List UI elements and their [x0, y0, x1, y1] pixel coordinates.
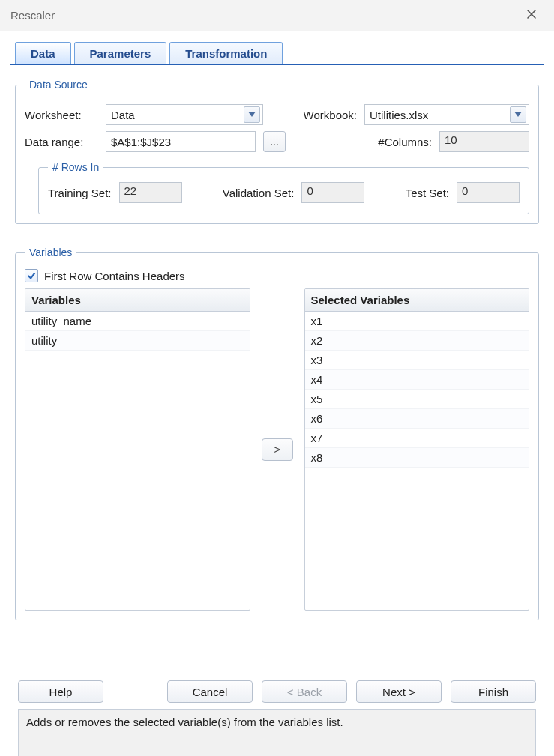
test-set-value: 0 — [457, 182, 520, 203]
list-item[interactable]: utility — [25, 331, 250, 351]
variables-list-header: Variables — [25, 289, 250, 312]
check-icon — [27, 271, 36, 280]
status-bar: Adds or removes the selected variable(s)… — [18, 709, 536, 756]
tab-bar: Data Parameters Transformation — [10, 42, 544, 64]
tab-transformation-label: Transformation — [185, 47, 267, 60]
validation-set-value: 0 — [301, 182, 364, 203]
list-item[interactable]: x7 — [305, 429, 529, 448]
help-button[interactable]: Help — [18, 680, 103, 703]
data-source-legend: Data Source — [25, 79, 92, 91]
data-source-group: Data Source Worksheet: Data Workbook: Ut… — [15, 79, 539, 224]
chevron-down-icon — [510, 106, 526, 123]
tab-parameters[interactable]: Parameters — [74, 42, 167, 64]
list-item[interactable]: x2 — [305, 331, 529, 351]
move-right-button[interactable]: > — [262, 438, 293, 461]
data-range-label: Data range: — [25, 136, 98, 148]
worksheet-value: Data — [111, 109, 135, 121]
variables-legend: Variables — [25, 247, 76, 258]
data-range-browse-button[interactable]: ... — [263, 131, 286, 152]
workbook-value: Utilities.xlsx — [370, 109, 428, 121]
training-set-value: 22 — [119, 182, 182, 203]
chevron-down-icon — [244, 106, 260, 123]
next-button[interactable]: Next > — [356, 680, 442, 703]
selected-variables-list-header: Selected Variables — [305, 289, 529, 312]
list-item[interactable]: x5 — [305, 390, 529, 409]
selected-variables-list[interactable]: Selected Variables x1x2x3x4x5x6x7x8 — [304, 288, 530, 611]
first-row-headers-label: First Row Contains Headers — [44, 270, 185, 282]
finish-button[interactable]: Finish — [451, 680, 536, 703]
tab-transformation[interactable]: Transformation — [169, 42, 283, 64]
first-row-headers-checkbox[interactable] — [25, 269, 38, 282]
rows-in-group: # Rows In Training Set: 22 Validation Se… — [38, 161, 529, 214]
selected-variables-list-body: x1x2x3x4x5x6x7x8 — [305, 312, 529, 610]
back-button: < Back — [262, 680, 347, 703]
workbook-label: Workbook: — [304, 109, 357, 121]
close-icon[interactable] — [520, 4, 544, 27]
tab-parameters-label: Parameters — [90, 47, 151, 60]
columns-label: #Columns: — [378, 136, 432, 148]
tab-data-label: Data — [31, 47, 55, 60]
variables-group: Variables First Row Contains Headers Var… — [15, 247, 539, 620]
workbook-select[interactable]: Utilities.xlsx — [364, 104, 529, 125]
window-title: Rescaler — [10, 9, 55, 22]
test-set-label: Test Set: — [406, 187, 449, 199]
titlebar: Rescaler — [0, 0, 554, 31]
training-set-label: Training Set: — [48, 187, 112, 199]
data-range-input[interactable] — [106, 131, 256, 152]
worksheet-label: Worksheet: — [25, 109, 98, 121]
variables-list[interactable]: Variables utility_nameutility — [25, 288, 250, 611]
cancel-button[interactable]: Cancel — [167, 680, 253, 703]
list-item[interactable]: x1 — [305, 312, 529, 331]
rows-in-legend: # Rows In — [48, 161, 103, 173]
columns-value: 10 — [439, 131, 529, 152]
list-item[interactable]: utility_name — [25, 312, 250, 331]
worksheet-select[interactable]: Data — [106, 104, 263, 125]
list-item[interactable]: x4 — [305, 370, 529, 390]
validation-set-label: Validation Set: — [223, 187, 295, 199]
list-item[interactable]: x8 — [305, 448, 529, 468]
list-item[interactable]: x3 — [305, 351, 529, 370]
wizard-buttons: Help Cancel < Back Next > Finish — [15, 680, 539, 703]
variables-list-body: utility_nameutility — [25, 312, 250, 610]
list-item[interactable]: x6 — [305, 409, 529, 429]
tab-data[interactable]: Data — [15, 42, 71, 64]
